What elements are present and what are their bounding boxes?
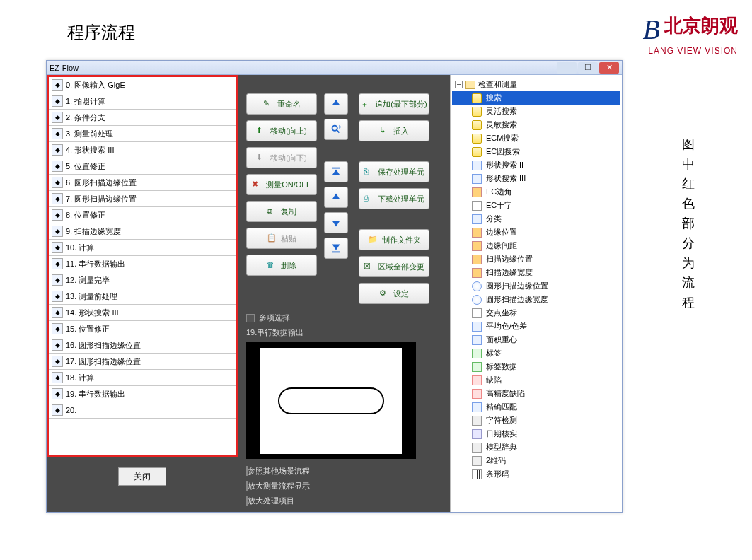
tree-item[interactable]: 平均色/色差 bbox=[452, 320, 620, 333]
flow-row[interactable]: ◆15. 位置修正 bbox=[49, 321, 236, 337]
tree-item-icon bbox=[472, 295, 482, 305]
flow-row[interactable]: ◆16. 圆形扫描边缘位置 bbox=[49, 337, 236, 354]
step-up-button[interactable] bbox=[324, 187, 348, 208]
tree-item-label: 字符检测 bbox=[486, 415, 517, 426]
flow-row-label: 20. bbox=[66, 406, 76, 414]
go-top-button[interactable] bbox=[324, 161, 348, 182]
flow-row[interactable]: ◆13. 测量前处理 bbox=[49, 288, 236, 305]
paste-button[interactable]: 📋粘贴 bbox=[246, 228, 317, 249]
flow-row[interactable]: ◆5. 位置修正 bbox=[49, 158, 236, 175]
load-unit-button[interactable]: ⎙下载处理单元 bbox=[359, 188, 429, 209]
tree-item[interactable]: ECM搜索 bbox=[452, 132, 620, 145]
tree-item[interactable]: 扫描边缘位置 bbox=[452, 252, 620, 266]
unit-icon: ◆ bbox=[52, 79, 63, 91]
tree-item-icon bbox=[472, 402, 482, 412]
append-label: 追加(最下部分) bbox=[375, 99, 427, 110]
tree-item[interactable]: 高精度缺陷 bbox=[452, 387, 620, 400]
tree-item[interactable]: 标签数据 bbox=[452, 360, 620, 373]
append-button[interactable]: ＋追加(最下部分) bbox=[359, 93, 429, 115]
tree-item[interactable]: EC边角 bbox=[452, 185, 620, 199]
flow-row-label: 6. 圆形扫描边缘位置 bbox=[66, 177, 137, 188]
settings-button[interactable]: ⚙设定 bbox=[359, 283, 429, 304]
change-all-button[interactable]: ☒区域全部变更 bbox=[359, 256, 429, 277]
insert-button[interactable]: ↳插入 bbox=[359, 120, 429, 141]
tree-item[interactable]: 面积重心 bbox=[452, 333, 620, 346]
flow-row[interactable]: ◆0. 图像输入 GigE bbox=[49, 77, 236, 93]
make-folder-button[interactable]: 📁制作文件夹 bbox=[359, 229, 429, 250]
flow-row[interactable]: ◆8. 位置修正 bbox=[49, 207, 236, 223]
tree-item[interactable]: 标签 bbox=[452, 346, 620, 360]
tree-item-label: 模型辞典 bbox=[486, 442, 517, 453]
move-down-button[interactable]: ⬇移动(向下) bbox=[246, 147, 317, 168]
tree-item[interactable]: 精确匹配 bbox=[452, 400, 620, 414]
search-down-button[interactable] bbox=[324, 119, 348, 140]
flow-row[interactable]: ◆14. 形状搜索 III bbox=[49, 305, 236, 321]
preview-canvas bbox=[260, 348, 402, 454]
flow-row[interactable]: ◆20. bbox=[49, 402, 236, 419]
minimize-button[interactable]: – bbox=[557, 62, 577, 74]
tree-item[interactable]: 形状搜索 III bbox=[452, 172, 620, 185]
tree-item[interactable]: 圆形扫描边缘宽度 bbox=[452, 293, 620, 306]
flow-row[interactable]: ◆4. 形状搜索 III bbox=[49, 142, 236, 158]
tree-item-label: EC圆搜索 bbox=[486, 146, 520, 157]
copy-button[interactable]: ⧉复制 bbox=[246, 201, 317, 222]
measure-toggle-button[interactable]: ✖测量ON/OFF bbox=[246, 174, 317, 195]
tree-item[interactable]: 2维码 bbox=[452, 454, 620, 467]
tree-root[interactable]: – 检查和测量 bbox=[452, 78, 620, 91]
tree-item[interactable]: 灵活搜索 bbox=[452, 105, 620, 118]
flow-row[interactable]: ◆10. 计算 bbox=[49, 240, 236, 256]
tree-item[interactable]: 灵敏搜索 bbox=[452, 118, 620, 132]
tree-item[interactable]: 分类 bbox=[452, 212, 620, 226]
tree-item[interactable]: 扫描边缘宽度 bbox=[452, 266, 620, 279]
tree-item-label: 形状搜索 III bbox=[486, 173, 526, 184]
tree-item[interactable]: 模型辞典 bbox=[452, 441, 620, 454]
tree-item[interactable]: EC圆搜索 bbox=[452, 145, 620, 158]
flow-row[interactable]: ◆17. 圆形扫描边缘位置 bbox=[49, 354, 236, 370]
tree-item[interactable]: 日期核实 bbox=[452, 427, 620, 441]
multi-select-check[interactable]: 多项选择 bbox=[246, 313, 444, 323]
step-down-button[interactable] bbox=[324, 212, 348, 233]
flow-row[interactable]: ◆9. 扫描边缘宽度 bbox=[49, 223, 236, 240]
flow-row[interactable]: ◆1. 拍照计算 bbox=[49, 93, 236, 110]
tree-item[interactable]: 形状搜索 II bbox=[452, 158, 620, 172]
tree-item[interactable]: 缺陷 bbox=[452, 373, 620, 387]
flow-row[interactable]: ◆12. 测量完毕 bbox=[49, 272, 236, 288]
tool-tree[interactable]: – 检查和测量 搜索灵活搜索灵敏搜索ECM搜索EC圆搜索形状搜索 II形状搜索 … bbox=[450, 75, 622, 512]
enlarge-item-check[interactable]: 放大处理项目 bbox=[246, 496, 444, 506]
flow-row[interactable]: ◆19. 串行数据输出 bbox=[49, 386, 236, 402]
move-up-button[interactable]: ⬆移动(向上) bbox=[246, 120, 317, 141]
collapse-icon[interactable]: – bbox=[455, 81, 463, 88]
tree-item[interactable]: 字符检测 bbox=[452, 414, 620, 427]
flow-row[interactable]: ◆18. 计算 bbox=[49, 370, 236, 386]
tree-item[interactable]: EC十字 bbox=[452, 199, 620, 212]
close-window-button[interactable]: ✕ bbox=[599, 62, 619, 74]
flow-row[interactable]: ◆11. 串行数据输出 bbox=[49, 256, 236, 272]
flow-list[interactable]: ◆0. 图像输入 GigE◆1. 拍照计算◆2. 条件分支◆3. 测量前处理◆4… bbox=[49, 77, 236, 455]
svg-rect-2 bbox=[332, 252, 340, 253]
tree-item[interactable]: 边缘位置 bbox=[452, 226, 620, 239]
delete-button[interactable]: 🗑删除 bbox=[246, 255, 317, 276]
maximize-button[interactable]: ☐ bbox=[578, 62, 598, 74]
tree-item-label: 标签数据 bbox=[486, 361, 517, 372]
tree-item[interactable]: 圆形扫描边缘位置 bbox=[452, 279, 620, 293]
delete-label: 删除 bbox=[281, 260, 296, 271]
tree-item[interactable]: 搜索 bbox=[452, 91, 620, 105]
flow-row[interactable]: ◆3. 测量前处理 bbox=[49, 126, 236, 142]
tree-item[interactable]: 边缘间距 bbox=[452, 239, 620, 252]
flow-panel: ◆0. 图像输入 GigE◆1. 拍照计算◆2. 条件分支◆3. 测量前处理◆4… bbox=[47, 75, 238, 457]
flow-row[interactable]: ◆7. 圆形扫描边缘位置 bbox=[49, 191, 236, 207]
tree-item-icon bbox=[472, 469, 482, 479]
make-folder-label: 制作文件夹 bbox=[382, 235, 421, 245]
scroll-up-button[interactable] bbox=[324, 93, 348, 115]
save-unit-button[interactable]: ⎘保存处理单元 bbox=[359, 161, 429, 182]
flow-row[interactable]: ◆2. 条件分支 bbox=[49, 110, 236, 126]
tree-item[interactable]: 交点坐标 bbox=[452, 306, 620, 320]
rename-button[interactable]: ✎重命名 bbox=[246, 93, 317, 115]
go-bottom-button[interactable] bbox=[324, 238, 348, 259]
flow-row-label: 17. 圆形扫描边缘位置 bbox=[66, 356, 141, 367]
close-button[interactable]: 关闭 bbox=[118, 467, 166, 486]
ref-other-check[interactable]: 参照其他场景流程 bbox=[246, 466, 444, 477]
enlarge-measure-check[interactable]: 放大测量流程显示 bbox=[246, 481, 444, 491]
flow-row[interactable]: ◆6. 圆形扫描边缘位置 bbox=[49, 175, 236, 191]
tree-item[interactable]: 条形码 bbox=[452, 467, 620, 481]
